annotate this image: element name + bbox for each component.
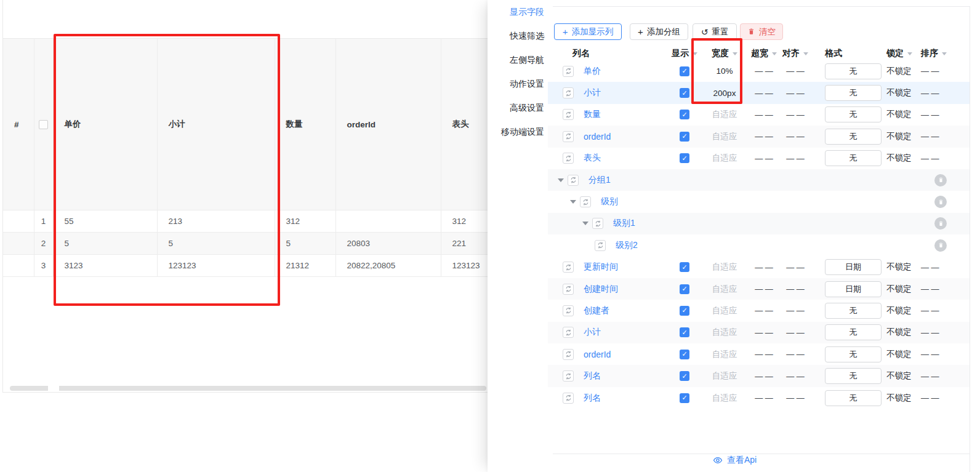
scrollbar-gutter[interactable]	[970, 6, 970, 472]
column-label[interactable]: orderId	[584, 350, 611, 359]
format-button[interactable]: 无	[825, 303, 882, 319]
overwide-value[interactable]: — —	[755, 372, 773, 381]
align-value[interactable]: — —	[786, 132, 805, 141]
column-label[interactable]: 级别1	[613, 218, 635, 229]
tree-collapse-caret-icon[interactable]	[558, 178, 564, 182]
overwide-value[interactable]: — —	[755, 110, 773, 119]
width-value[interactable]: 自适应	[712, 305, 737, 316]
width-value[interactable]: 10%	[716, 66, 733, 76]
align-value[interactable]: — —	[786, 350, 805, 359]
align-value[interactable]: — —	[786, 393, 805, 402]
delete-group-button[interactable]	[934, 239, 947, 252]
show-checkbox[interactable]: ✓	[680, 327, 689, 337]
drag-swap-icon[interactable]	[563, 153, 574, 164]
width-value[interactable]: 自适应	[712, 393, 737, 404]
select-all-checkbox[interactable]	[39, 120, 48, 129]
width-value[interactable]: 自适应	[712, 370, 737, 382]
column-label[interactable]: 创建时间	[584, 284, 618, 295]
view-api-link[interactable]: 查看Api	[713, 455, 757, 466]
overwide-value[interactable]: — —	[755, 89, 773, 98]
align-value[interactable]: — —	[786, 66, 805, 76]
drag-swap-icon[interactable]	[563, 109, 574, 120]
config-header-5[interactable]: 对齐	[777, 48, 814, 59]
drag-swap-icon[interactable]	[563, 370, 574, 382]
nav-item-5[interactable]: 高级设置	[488, 96, 548, 120]
show-checkbox[interactable]: ✓	[680, 371, 689, 381]
add-group-button[interactable]: + 添加分组	[630, 23, 688, 40]
show-checkbox[interactable]: ✓	[680, 153, 689, 163]
delete-group-button[interactable]	[934, 196, 947, 208]
nav-item-3[interactable]: 左侧导航	[488, 48, 548, 72]
column-label[interactable]: 表头	[584, 153, 601, 164]
column-label[interactable]: 创建者	[584, 305, 609, 316]
drag-swap-icon[interactable]	[563, 66, 574, 77]
column-label[interactable]: 更新时间	[584, 262, 618, 273]
clear-button[interactable]: 清空	[740, 23, 783, 40]
drag-swap-icon[interactable]	[580, 196, 591, 207]
chevron-down-icon[interactable]	[803, 52, 808, 55]
format-button[interactable]: 无	[825, 85, 882, 101]
config-header-7[interactable]: 锁定	[885, 48, 920, 59]
overwide-value[interactable]: — —	[755, 350, 773, 359]
drag-swap-icon[interactable]	[563, 262, 574, 273]
overwide-value[interactable]: — —	[755, 154, 773, 163]
drag-swap-icon[interactable]	[563, 87, 574, 98]
nav-item-6[interactable]: 移动端设置	[488, 120, 548, 144]
drag-swap-icon[interactable]	[563, 393, 574, 404]
width-value[interactable]: 自适应	[712, 109, 737, 120]
format-button[interactable]: 无	[825, 368, 882, 384]
align-value[interactable]: — —	[786, 89, 805, 98]
align-value[interactable]: — —	[786, 154, 805, 163]
align-value[interactable]: — —	[786, 263, 805, 272]
drag-swap-icon[interactable]	[563, 131, 574, 142]
delete-group-button[interactable]	[934, 217, 947, 230]
add-display-column-button[interactable]: + 添加显示列	[554, 23, 622, 40]
nav-item-2[interactable]: 快速筛选	[488, 24, 548, 48]
chevron-down-icon[interactable]	[693, 52, 697, 55]
format-button[interactable]: 无	[825, 150, 882, 166]
width-value[interactable]: 自适应	[712, 327, 737, 338]
format-button[interactable]: 无	[825, 346, 882, 362]
column-label[interactable]: 小计	[584, 327, 601, 338]
column-label[interactable]: orderId	[584, 132, 611, 142]
config-header-3[interactable]: 宽度	[698, 48, 751, 59]
align-value[interactable]: — —	[786, 328, 805, 337]
chevron-down-icon[interactable]	[733, 52, 737, 55]
show-checkbox[interactable]: ✓	[680, 88, 689, 98]
overwide-value[interactable]: — —	[755, 263, 773, 272]
format-button[interactable]: 无	[825, 324, 882, 340]
tree-collapse-caret-icon[interactable]	[570, 200, 576, 204]
show-checkbox[interactable]: ✓	[680, 306, 689, 316]
show-checkbox[interactable]: ✓	[680, 66, 689, 76]
width-value[interactable]: 自适应	[712, 131, 737, 142]
show-checkbox[interactable]: ✓	[680, 284, 689, 294]
drag-swap-icon[interactable]	[592, 218, 603, 229]
show-checkbox[interactable]: ✓	[680, 350, 689, 359]
chevron-down-icon[interactable]	[942, 52, 947, 55]
config-header-2[interactable]: 显示	[671, 48, 698, 59]
nav-item-1[interactable]: 显示字段	[488, 0, 548, 24]
align-value[interactable]: — —	[786, 306, 805, 315]
format-button[interactable]: 无	[825, 129, 882, 145]
column-label[interactable]: 列名	[584, 370, 601, 382]
column-label[interactable]: 级别2	[616, 240, 638, 251]
column-label[interactable]: 分组1	[588, 175, 611, 186]
horizontal-scrollbar[interactable]	[10, 386, 486, 391]
column-label[interactable]: 级别	[601, 196, 618, 207]
format-button[interactable]: 日期	[825, 281, 882, 297]
width-value[interactable]: 自适应	[712, 349, 737, 360]
drag-swap-icon[interactable]	[595, 240, 606, 251]
config-header-4[interactable]: 超宽	[751, 48, 777, 59]
show-checkbox[interactable]: ✓	[680, 262, 689, 272]
drag-swap-icon[interactable]	[563, 305, 574, 316]
format-button[interactable]: 无	[825, 63, 882, 79]
config-header-8[interactable]: 排序	[920, 48, 947, 59]
drag-swap-icon[interactable]	[563, 284, 574, 295]
overwide-value[interactable]: — —	[755, 284, 773, 294]
align-value[interactable]: — —	[786, 372, 805, 381]
column-label[interactable]: 小计	[584, 87, 601, 98]
align-value[interactable]: — —	[786, 110, 805, 119]
format-button[interactable]: 日期	[825, 259, 882, 275]
tree-collapse-caret-icon[interactable]	[582, 222, 588, 225]
chevron-down-icon[interactable]	[907, 52, 912, 55]
